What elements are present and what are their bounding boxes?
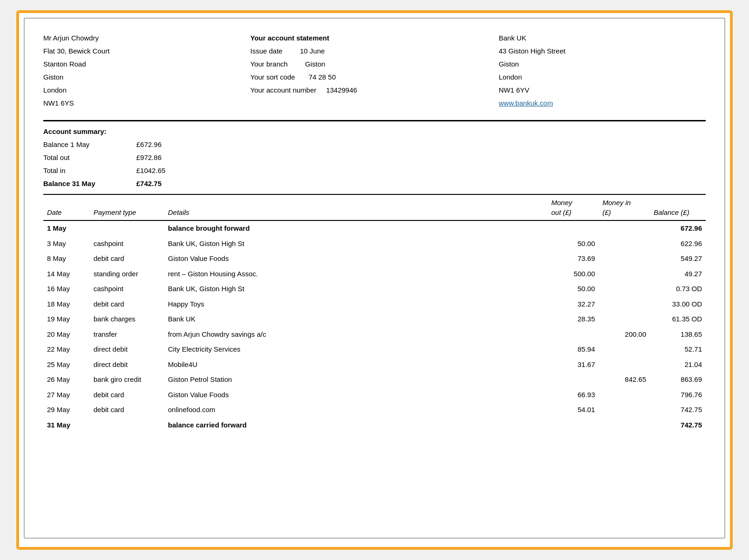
td-payment-type: direct debit	[90, 342, 164, 357]
table-row: 8 May debit card Giston Value Foods 73.6…	[43, 251, 706, 267]
td-details: Bank UK	[164, 312, 548, 327]
bank-address-line3: London	[499, 72, 706, 83]
td-details: Giston Value Foods	[164, 387, 548, 403]
td-money-out: 28.35	[548, 312, 599, 327]
td-money-in	[599, 357, 650, 373]
table-row: 31 May balance carried forward 742.75	[43, 418, 706, 433]
summary-row-1: Total out £972.86	[43, 152, 706, 163]
td-date: 22 May	[43, 342, 90, 357]
td-date: 18 May	[43, 297, 90, 312]
td-money-out: 85.94	[548, 342, 599, 357]
account-number-row: Your account number 13429946	[250, 85, 499, 96]
td-payment-type: debit card	[90, 387, 164, 403]
td-money-in	[599, 267, 650, 282]
th-date: Date	[43, 194, 90, 220]
td-details: Mobile4U	[164, 357, 548, 373]
td-money-out: 50.00	[548, 281, 599, 297]
td-money-in	[599, 251, 650, 267]
bank-info: Bank UK 43 Giston High Street Giston Lon…	[499, 33, 706, 111]
td-balance: 672.96	[650, 220, 706, 236]
header-section: Mr Arjun Chowdry Flat 30, Bewick Court S…	[43, 33, 706, 111]
table-row: 27 May debit card Giston Value Foods 66.…	[43, 387, 706, 403]
summary-row-0: Balance 1 May £672.96	[43, 139, 706, 150]
sort-code-row: Your sort code 74 28 50	[250, 72, 499, 83]
th-money-in: Money in(£)	[599, 194, 650, 220]
issue-date-value: 10 June	[300, 47, 325, 55]
td-money-out: 31.67	[548, 357, 599, 373]
td-balance: 863.69	[650, 372, 706, 387]
td-money-out: 50.00	[548, 236, 599, 252]
table-row: 25 May direct debit Mobile4U 31.67 21.04	[43, 357, 706, 373]
td-balance: 33.00 OD	[650, 297, 706, 312]
table-row: 3 May cashpoint Bank UK, Giston High St …	[43, 236, 706, 252]
summary-title-row: Account summary:	[43, 126, 706, 137]
customer-postcode: NW1 6YS	[43, 98, 250, 109]
td-money-out: 500.00	[548, 267, 599, 282]
td-date: 20 May	[43, 327, 90, 342]
statement-title: Your account statement	[250, 33, 499, 44]
td-details: Giston Value Foods	[164, 251, 548, 267]
customer-address: Mr Arjun Chowdry Flat 30, Bewick Court S…	[43, 33, 250, 111]
td-money-in	[599, 387, 650, 403]
td-details: City Electricity Services	[164, 342, 548, 357]
td-money-out	[548, 220, 599, 236]
td-date: 16 May	[43, 281, 90, 297]
account-number-value: 13429946	[326, 86, 357, 94]
bank-website[interactable]: www.bankuk.com	[499, 98, 706, 109]
table-header-row: Date Payment type Details Moneyout (£) M…	[43, 194, 706, 220]
td-money-in	[599, 312, 650, 327]
td-payment-type: cashpoint	[90, 281, 164, 297]
td-details: onlinefood.com	[164, 402, 548, 418]
td-date: 3 May	[43, 236, 90, 252]
td-money-in	[599, 220, 650, 236]
customer-address-line1: Flat 30, Bewick Court	[43, 46, 250, 57]
table-row: 22 May direct debit City Electricity Ser…	[43, 342, 706, 357]
bank-postcode: NW1 6YV	[499, 85, 706, 96]
td-money-out	[548, 327, 599, 342]
td-money-out: 54.01	[548, 402, 599, 418]
td-money-in: 842.65	[599, 372, 650, 387]
th-balance: Balance (£)	[650, 194, 706, 220]
summary-value-1: £972.86	[136, 152, 192, 163]
td-date: 25 May	[43, 357, 90, 373]
td-balance: 796.76	[650, 387, 706, 403]
th-details: Details	[164, 194, 548, 220]
summary-label-3: Balance 31 May	[43, 178, 136, 189]
td-money-in	[599, 418, 650, 433]
td-money-out	[548, 418, 599, 433]
td-payment-type: cashpoint	[90, 236, 164, 252]
issue-date-row: Issue date 10 June	[250, 46, 499, 57]
td-balance: 138.65	[650, 327, 706, 342]
branch-value: Giston	[305, 60, 325, 68]
td-balance: 622.96	[650, 236, 706, 252]
td-money-out: 66.93	[548, 387, 599, 403]
td-money-in	[599, 342, 650, 357]
td-date: 19 May	[43, 312, 90, 327]
td-balance: 61.35 OD	[650, 312, 706, 327]
outer-border: Mr Arjun Chowdry Flat 30, Bewick Court S…	[16, 10, 733, 550]
td-details: Bank UK, Giston High St	[164, 281, 548, 297]
table-row: 14 May standing order rent – Giston Hous…	[43, 267, 706, 282]
summary-row-2: Total in £1042.65	[43, 165, 706, 176]
inner-border: Mr Arjun Chowdry Flat 30, Bewick Court S…	[24, 18, 725, 539]
td-details: rent – Giston Housing Assoc.	[164, 267, 548, 282]
td-payment-type: debit card	[90, 251, 164, 267]
table-row: 20 May transfer from Arjun Chowdry savin…	[43, 327, 706, 342]
td-balance: 742.75	[650, 402, 706, 418]
sort-code-label: Your sort code	[250, 73, 295, 81]
td-balance: 52.71	[650, 342, 706, 357]
td-balance: 549.27	[650, 251, 706, 267]
summary-label-2: Total in	[43, 165, 136, 176]
bank-address-line2: Giston	[499, 59, 706, 70]
sort-code-value: 74 28 50	[308, 73, 335, 81]
summary-value-3: £742.75	[136, 178, 192, 189]
td-date: 1 May	[43, 220, 90, 236]
table-row: 1 May balance brought forward 672.96	[43, 220, 706, 236]
branch-row: Your branch Giston	[250, 59, 499, 70]
summary-title: Account summary:	[43, 126, 136, 137]
customer-name: Mr Arjun Chowdry	[43, 33, 250, 44]
td-details: Giston Petrol Station	[164, 372, 548, 387]
td-money-in	[599, 281, 650, 297]
td-date: 14 May	[43, 267, 90, 282]
td-payment-type	[90, 418, 164, 433]
